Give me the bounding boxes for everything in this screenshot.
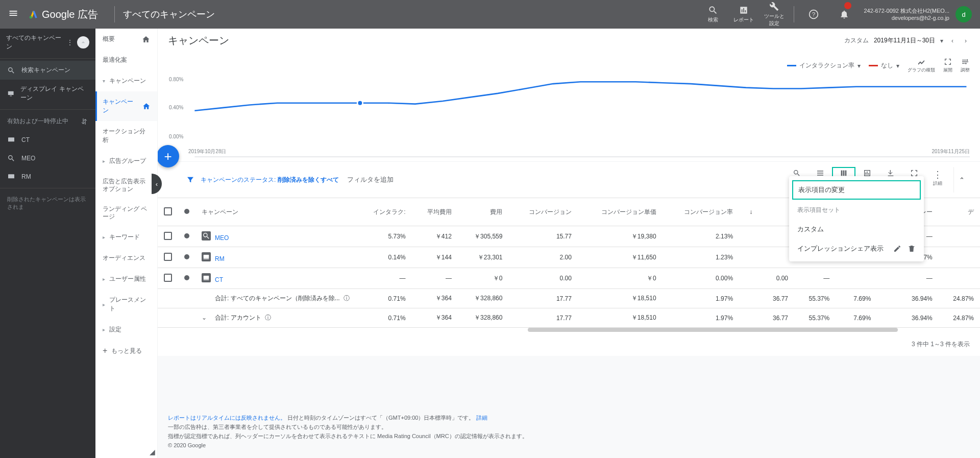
- table-row[interactable]: CT——￥00.00￥00.00%0.00——: [158, 268, 980, 289]
- more-icon[interactable]: ⋮: [67, 39, 73, 46]
- help-icon[interactable]: ⓘ: [344, 295, 350, 302]
- chevron-right-icon: ▸: [103, 234, 105, 240]
- prev-period-button[interactable]: ‹: [948, 37, 957, 44]
- collapse-circle-icon[interactable]: [77, 36, 89, 49]
- avatar[interactable]: d: [955, 6, 972, 22]
- main-content: キャンペーン カスタム 2019年11月1日～30日 ▾ ‹ › インタラクショ…: [158, 29, 980, 458]
- resize-handle-icon[interactable]: ◢: [150, 448, 155, 456]
- nav-ads-extensions[interactable]: 広告と広告表示オプション: [95, 172, 157, 199]
- delete-icon[interactable]: [908, 245, 916, 253]
- campaign-type-icon: [202, 231, 211, 240]
- svg-rect-1: [742, 9, 743, 12]
- nav-more[interactable]: +もっと見る: [95, 340, 157, 361]
- chart-adjust-button[interactable]: 調整: [961, 58, 970, 74]
- nav-placements[interactable]: ▸プレースメント: [95, 290, 157, 319]
- nav-auction-insights[interactable]: オークション分析: [95, 121, 157, 151]
- help-icon[interactable]: ?: [798, 0, 829, 29]
- nav-settings[interactable]: ▸設定: [95, 319, 157, 340]
- table-pager: 3 件中 1～3 件を表示: [158, 333, 980, 356]
- horizontal-scrollbar[interactable]: [158, 328, 980, 333]
- next-period-button[interactable]: ›: [962, 37, 970, 44]
- status-dot-icon: [184, 233, 189, 238]
- sidebar-campaign-rm[interactable]: RM: [0, 167, 95, 186]
- select-all-checkbox[interactable]: [164, 207, 172, 215]
- col-convrate[interactable]: コンバージョン率: [663, 198, 740, 226]
- sort-icon: [80, 117, 88, 126]
- search-icon: [7, 154, 15, 162]
- col-avgcost[interactable]: 平均費用: [412, 198, 458, 226]
- display-icon: [7, 136, 15, 144]
- nav-campaigns[interactable]: キャンペーン: [95, 91, 157, 121]
- sidebar-scope[interactable]: すべてのキャンペーン ⋮: [0, 29, 95, 56]
- nav-adgroups[interactable]: ▸広告グループ: [95, 151, 157, 172]
- svg-rect-6: [8, 91, 14, 95]
- col-cost[interactable]: 費用: [458, 198, 509, 226]
- column-preset-custom[interactable]: カスタム: [789, 220, 924, 239]
- modify-columns-item[interactable]: 表示項目の変更: [792, 180, 921, 200]
- nav-keywords[interactable]: ▸キーワード: [95, 227, 157, 248]
- nav-audiences[interactable]: オーディエンス: [95, 248, 157, 269]
- col-interaction[interactable]: インタラク:: [356, 198, 412, 226]
- account-info[interactable]: 242-672-0092 株式会社H2(MEO... developers@h2…: [864, 7, 949, 21]
- menu-icon[interactable]: [8, 8, 20, 20]
- svg-rect-9: [8, 174, 14, 178]
- google-ads-logo[interactable]: Google 広告: [29, 8, 98, 21]
- chevron-down-icon: ▾: [103, 78, 105, 84]
- edit-icon[interactable]: [893, 245, 901, 253]
- row-checkbox[interactable]: [164, 232, 172, 240]
- date-range-picker[interactable]: カスタム 2019年11月1日～30日 ▾ ‹ ›: [844, 36, 970, 45]
- add-filter-input[interactable]: フィルタを追加: [347, 175, 394, 184]
- col-conv[interactable]: コンバージョン: [508, 198, 577, 226]
- row-checkbox[interactable]: [164, 253, 172, 261]
- nav-overview[interactable]: 概要: [95, 29, 157, 50]
- col-costperconv[interactable]: コンバージョン単価: [578, 198, 663, 226]
- footer-realtime-link[interactable]: レポートはリアルタイムには反映されません。: [168, 415, 286, 421]
- sort-desc-icon: ↓: [749, 208, 752, 215]
- sidebar-campaign-ct[interactable]: CT: [0, 131, 95, 149]
- col-de[interactable]: デ: [939, 198, 980, 226]
- sidebar-item-search-campaign[interactable]: 検索キャンペーン: [0, 61, 95, 80]
- nav-campaigns-parent[interactable]: ▾キャンペーン: [95, 70, 157, 91]
- campaign-link[interactable]: RM: [215, 255, 225, 262]
- sidebar-item-display-campaign[interactable]: ディスプレイ キャンペーン: [0, 80, 95, 107]
- add-campaign-fab[interactable]: +: [158, 145, 179, 167]
- nav-recommendations[interactable]: 最適化案: [95, 50, 157, 70]
- sidebar-status-filter[interactable]: 有効および一時停止中: [0, 112, 95, 131]
- header-tools[interactable]: ツールと 設定: [759, 0, 790, 29]
- app-header: Google 広告 すべてのキャンペーン 検索 レポート ツールと 設定 ? 2…: [0, 0, 980, 29]
- chart-type-button[interactable]: グラフの種類: [908, 58, 935, 74]
- page-footer: レポートはリアルタイムには反映されません。 日付と時刻のタイムゾーンはすべて「（…: [158, 405, 980, 458]
- nav-landing-pages[interactable]: ランディング ページ: [95, 199, 157, 227]
- collapse-chart-button[interactable]: ⌃: [953, 167, 970, 192]
- filter-chip[interactable]: キャンペーンのステータス: 削除済みを除くすべて: [201, 176, 339, 184]
- svg-rect-7: [10, 95, 12, 96]
- chart-metric-1[interactable]: インタラクション率▾: [787, 61, 861, 70]
- chevron-down-icon[interactable]: ⌄: [202, 314, 207, 321]
- table-more-button[interactable]: ⋮詳細: [926, 167, 949, 192]
- svg-point-13: [357, 100, 362, 105]
- svg-rect-2: [744, 8, 745, 12]
- header-report[interactable]: レポート: [728, 0, 759, 29]
- col-campaign[interactable]: キャンペーン: [195, 198, 356, 226]
- footer-details-link[interactable]: 詳細: [476, 415, 487, 421]
- chart-metric-2[interactable]: なし▾: [869, 61, 899, 70]
- row-checkbox[interactable]: [164, 274, 172, 282]
- help-icon[interactable]: ⓘ: [265, 314, 271, 321]
- column-preset-impshare[interactable]: インプレッションシェア表示: [789, 239, 924, 258]
- campaign-link[interactable]: MEO: [215, 234, 229, 242]
- campaign-link[interactable]: CT: [215, 276, 223, 283]
- svg-point-10: [967, 59, 968, 61]
- sidebar-campaign-meo[interactable]: MEO: [0, 149, 95, 167]
- nav-demographics[interactable]: ▸ユーザー属性: [95, 269, 157, 290]
- chevron-right-icon: ▸: [103, 158, 105, 164]
- column-preset-header: 表示項目セット: [789, 201, 924, 220]
- status-dot-icon: [184, 275, 189, 280]
- notifications-icon[interactable]: [829, 0, 860, 29]
- table-total-row: ⌄合計: すべてのキャンペーン（削除済みを除... ⓘ0.71%￥364￥328…: [158, 289, 980, 308]
- header-search[interactable]: 検索: [698, 0, 728, 29]
- page-title: キャンペーン: [168, 34, 229, 47]
- home-icon: [142, 102, 150, 110]
- chart-controls: インタラクション率▾ なし▾ グラフの種類 展開 調整: [168, 55, 970, 77]
- chart-expand-button[interactable]: 展開: [943, 58, 952, 74]
- col-sorted[interactable]: ↓: [739, 198, 760, 226]
